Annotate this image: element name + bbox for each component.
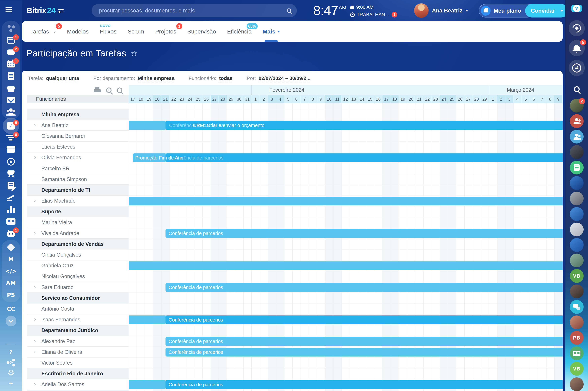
expand-chevron-icon[interactable]: › [34, 230, 36, 236]
tab-scrum[interactable]: Scrum [128, 21, 144, 42]
goals-icon[interactable] [2, 156, 20, 168]
employee-row[interactable]: Cíntia Gonçalves [27, 250, 563, 260]
mail-icon[interactable] [2, 94, 20, 106]
employee-row[interactable]: Nicolau Gonçalves [27, 271, 563, 282]
contact-card-icon[interactable] [2, 215, 20, 227]
department-row[interactable]: Suporte [27, 206, 563, 217]
employee-row[interactable]: António Costa [27, 303, 563, 314]
expand-chevron-icon[interactable]: › [34, 338, 36, 344]
department-row[interactable]: Escritório Rio de Janeiro [27, 369, 563, 379]
employee-row[interactable]: Lucas Esteves [27, 142, 563, 152]
notifications-button[interactable]: 5 [569, 40, 585, 56]
chat-avatar[interactable]: VB [570, 269, 584, 283]
employee-row[interactable]: ›Vivalda AndradeConferência de parcerios [27, 228, 563, 239]
task-bar[interactable] [166, 283, 563, 292]
chat-avatar[interactable] [570, 145, 584, 159]
tab-tarefas[interactable]: Tarefas›5 [30, 21, 56, 42]
chat-avatar[interactable]: 2 [570, 99, 584, 112]
task-bar[interactable] [166, 380, 563, 389]
employee-row[interactable]: ›Ana BeatrizConferência de parceriosCRM:… [27, 120, 563, 131]
workday-clock[interactable]: 8:47AM [313, 3, 346, 18]
department-row[interactable] [27, 390, 563, 391]
ps-app-icon[interactable]: PS [2, 289, 20, 301]
apps-box-icon[interactable] [2, 241, 20, 253]
filter-employee[interactable]: Funcionário:todas [188, 75, 233, 82]
chat-avatar[interactable] [570, 315, 584, 329]
customize-sliders-icon[interactable] [58, 8, 64, 13]
chat-avatar[interactable]: PB [570, 331, 584, 345]
employee-row[interactable]: ›Eliana de OliveiraConferência de parcer… [27, 347, 563, 358]
employee-row[interactable]: ›Alexandre PazConferência de parcerios [27, 336, 563, 347]
task-bar[interactable] [166, 121, 563, 130]
work-status-row[interactable]: TRABALHAN... 1 [350, 11, 397, 18]
tab-mais[interactable]: Mais▾ [263, 21, 280, 42]
expand-chevron-icon[interactable]: › [34, 316, 36, 322]
task-bar[interactable] [166, 337, 563, 346]
task-bar[interactable] [129, 197, 563, 205]
help-button[interactable]: ? [571, 5, 582, 12]
user-avatar[interactable] [414, 3, 428, 18]
employee-row[interactable]: Victor Soares [27, 358, 563, 368]
task-bar[interactable] [166, 315, 563, 324]
favorite-star-icon[interactable]: ☆ [131, 48, 138, 58]
chat-avatar[interactable] [570, 346, 584, 360]
shop-icon[interactable] [2, 168, 20, 180]
tab-fluxos[interactable]: FluxosNOVO [100, 21, 117, 42]
employee-row[interactable]: Giovanna Bernardi [27, 131, 563, 141]
department-row[interactable]: Minha empresa [27, 109, 563, 120]
messenger-icon[interactable]: 2 [2, 46, 20, 58]
calendar-icon[interactable]: 1 [2, 58, 20, 70]
cc-app-icon[interactable]: CC [2, 303, 20, 315]
expand-chevron-icon[interactable]: › [34, 154, 36, 160]
developer-icon[interactable]: </> [2, 265, 20, 277]
employee-row[interactable]: ›Adelia Dos SantosConferência de parceri… [27, 379, 563, 390]
alarm-row[interactable]: 9:00 AM [350, 4, 397, 10]
settings-gear-icon[interactable] [2, 368, 20, 378]
chat-avatar[interactable] [570, 300, 584, 314]
print-icon[interactable] [94, 87, 101, 93]
chat-avatar[interactable] [570, 254, 584, 267]
task-bar[interactable] [129, 121, 166, 130]
chat-avatar[interactable] [570, 130, 584, 144]
chat-avatar[interactable] [570, 114, 584, 128]
sign-docs-icon[interactable] [2, 180, 20, 192]
structure-icon[interactable] [2, 357, 20, 368]
expand-chevron-icon[interactable]: › [34, 349, 36, 355]
zoom-in-icon[interactable]: + [106, 88, 111, 93]
task-bar[interactable] [129, 315, 166, 324]
filter-department[interactable]: Por departamento:Minha empresa [93, 75, 174, 82]
docs-icon[interactable] [2, 70, 20, 82]
department-row[interactable]: Serviço ao Consumidor [27, 293, 563, 303]
employee-row[interactable]: ›Isaac FernandesConferência de parcerios [27, 314, 563, 325]
bitrix-logo[interactable]: Bitrix24 [27, 6, 56, 15]
task-bar[interactable] [166, 153, 563, 162]
task-bar[interactable] [166, 348, 563, 357]
zoom-out-icon[interactable]: − [117, 88, 122, 93]
tasks-icon[interactable]: 5 [2, 120, 20, 132]
chat-avatar[interactable] [570, 285, 584, 298]
expand-chevron-icon[interactable]: › [34, 122, 36, 128]
employee-row[interactable]: ›Elias Machado [27, 196, 563, 206]
employees-icon[interactable] [2, 106, 20, 118]
task-bar[interactable] [133, 153, 166, 162]
add-plus-icon[interactable]: + [2, 378, 20, 389]
chat-avatar[interactable]: VB [570, 362, 584, 376]
chat-avatar[interactable] [570, 207, 584, 221]
tab-modelos[interactable]: Modelos [67, 21, 89, 42]
filter-task[interactable]: Tarefa:qualquer uma [28, 75, 79, 82]
chat-avatar[interactable] [570, 192, 584, 205]
employee-row[interactable]: Gabriela Cruz [27, 260, 563, 271]
hamburger-menu-icon[interactable] [5, 7, 12, 12]
employee-row[interactable]: ›Sara EduardoConferência de parcerios [27, 282, 563, 293]
messenger-sync-button[interactable] [569, 60, 585, 76]
filter-period[interactable]: Por:02/07/2024 – 30/09/2... [247, 75, 311, 82]
copilot-button[interactable] [569, 20, 585, 36]
task-bar[interactable] [166, 229, 563, 238]
help-icon[interactable]: ? [2, 347, 20, 357]
task-bar[interactable] [129, 380, 166, 389]
search-button[interactable] [569, 84, 585, 94]
department-row[interactable]: Departamento de Vendas [27, 239, 563, 250]
tab-eficiencia[interactable]: Eficiência65% [227, 21, 252, 42]
chat-avatar[interactable] [570, 223, 584, 236]
employee-row[interactable]: Samantha Simpson [27, 174, 563, 185]
